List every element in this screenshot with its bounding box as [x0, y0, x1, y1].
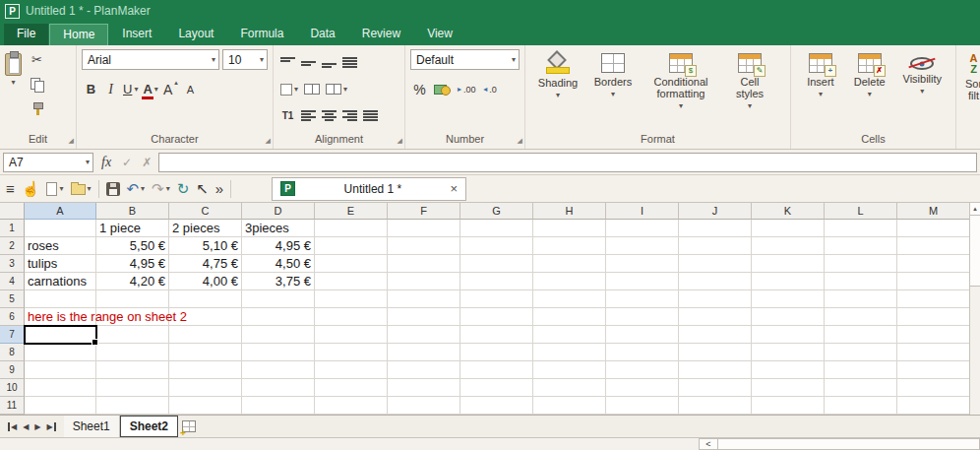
redo-button[interactable]: ↷▾	[152, 181, 170, 196]
align-top-button[interactable]	[278, 52, 297, 73]
align-right-button[interactable]	[340, 105, 359, 126]
cell-b9[interactable]	[96, 361, 169, 379]
vertical-scrollbar-thumb[interactable]	[970, 216, 980, 287]
cell-g11[interactable]	[460, 397, 533, 415]
row-header-6[interactable]: 6	[0, 308, 25, 326]
cell-j3[interactable]	[679, 255, 752, 273]
cell-m5[interactable]	[897, 290, 970, 308]
cell-c2[interactable]: 5,10 €	[169, 237, 242, 255]
cell-c10[interactable]	[169, 379, 242, 397]
underline-button[interactable]: U ▾	[121, 79, 140, 99]
cell-j5[interactable]	[679, 290, 752, 308]
object-mode-button[interactable]: ↖	[196, 181, 209, 196]
cell-b7[interactable]	[96, 326, 169, 344]
cell-k4[interactable]	[752, 273, 825, 290]
undo-button[interactable]: ↶▾	[127, 181, 146, 196]
cell-i4[interactable]	[606, 273, 679, 290]
cell-i3[interactable]	[606, 255, 679, 273]
column-header-k[interactable]: K	[752, 203, 825, 220]
cell-i10[interactable]	[606, 379, 679, 397]
row-header-2[interactable]: 2	[0, 237, 25, 255]
cell-e3[interactable]	[315, 255, 388, 273]
save-button[interactable]	[106, 182, 120, 196]
cell-l9[interactable]	[825, 361, 897, 379]
cell-a11[interactable]	[25, 397, 96, 415]
tab-home[interactable]: Home	[49, 24, 108, 45]
cell-b10[interactable]	[96, 379, 169, 397]
cancel-entry-button[interactable]: ✗	[139, 156, 154, 169]
cut-button[interactable]: ✂	[28, 49, 46, 70]
tab-file[interactable]: File	[4, 24, 48, 45]
cell-i1[interactable]	[606, 220, 679, 237]
column-header-f[interactable]: F	[388, 203, 460, 220]
cell-e10[interactable]	[315, 379, 388, 397]
cell-g8[interactable]	[460, 344, 533, 361]
tab-review[interactable]: Review	[349, 24, 413, 45]
paste-dropdown-caret-icon[interactable]: ▾	[11, 79, 15, 87]
row-header-9[interactable]: 9	[0, 361, 25, 379]
cell-h11[interactable]	[533, 397, 606, 415]
cell-j10[interactable]	[679, 379, 752, 397]
cell-m6[interactable]	[897, 308, 970, 326]
cell-a9[interactable]	[25, 361, 96, 379]
column-header-g[interactable]: G	[460, 203, 533, 220]
visibility-button[interactable]: Visibility ▾	[894, 49, 950, 96]
cell-d5[interactable]	[242, 290, 315, 308]
cell-e8[interactable]	[315, 344, 388, 361]
cell-f1[interactable]	[388, 220, 460, 237]
cell-l4[interactable]	[825, 273, 897, 290]
cell-f5[interactable]	[388, 290, 460, 308]
cell-h7[interactable]	[533, 326, 606, 344]
column-header-i[interactable]: I	[606, 203, 679, 220]
column-header-a[interactable]: A	[25, 203, 96, 220]
previous-sheet-button[interactable]: ◀	[23, 422, 29, 431]
cell-g10[interactable]	[460, 379, 533, 397]
insert-cells-button[interactable]: + Insert ▾	[796, 49, 845, 98]
cell-i6[interactable]	[606, 308, 679, 326]
cell-c11[interactable]	[169, 397, 242, 415]
cell-b11[interactable]	[96, 397, 169, 415]
cell-l3[interactable]	[825, 255, 897, 273]
row-header-10[interactable]: 10	[0, 379, 25, 397]
menu-button[interactable]: ≡	[6, 181, 15, 196]
paste-button[interactable]: ▾	[5, 49, 22, 131]
cell-i2[interactable]	[606, 237, 679, 255]
cell-k10[interactable]	[752, 379, 825, 397]
font-size-select[interactable]: 10 ▾	[222, 49, 268, 70]
cell-e5[interactable]	[315, 290, 388, 308]
cell-j4[interactable]	[679, 273, 752, 290]
cell-k11[interactable]	[752, 397, 825, 415]
cell-e11[interactable]	[315, 397, 388, 415]
cell-h5[interactable]	[533, 290, 606, 308]
edit-dialog-launcher-icon[interactable]: ◢	[69, 137, 74, 145]
cell-e9[interactable]	[315, 361, 388, 379]
confirm-entry-button[interactable]: ✓	[119, 156, 135, 169]
sort-filter-button[interactable]: A Z Sor filt	[961, 49, 980, 101]
cell-j8[interactable]	[679, 344, 752, 361]
select-all-corner[interactable]	[0, 203, 25, 220]
italic-button[interactable]: I	[101, 79, 120, 99]
cell-h3[interactable]	[533, 255, 606, 273]
cell-k3[interactable]	[752, 255, 825, 273]
cell-c1[interactable]: 2 pieces	[169, 220, 242, 237]
justify-button[interactable]	[361, 105, 380, 126]
align-middle-button[interactable]	[299, 52, 318, 73]
cell-d8[interactable]	[242, 344, 315, 361]
column-header-h[interactable]: H	[533, 203, 606, 220]
cell-i5[interactable]	[606, 290, 679, 308]
cell-c9[interactable]	[169, 361, 242, 379]
cell-m7[interactable]	[897, 326, 970, 344]
cell-g1[interactable]	[460, 220, 533, 237]
cell-f9[interactable]	[388, 361, 460, 379]
open-button[interactable]: ▾	[71, 182, 92, 195]
name-box[interactable]: A7 ▾	[3, 153, 93, 172]
first-sheet-button[interactable]: ◀	[8, 422, 17, 431]
cell-f8[interactable]	[388, 344, 460, 361]
cell-f6[interactable]	[388, 308, 460, 326]
cell-h10[interactable]	[533, 379, 606, 397]
align-center-button[interactable]	[320, 105, 338, 126]
cell-b2[interactable]: 5,50 €	[96, 237, 169, 255]
cell-e1[interactable]	[315, 220, 388, 237]
merge-cells-button[interactable]	[302, 79, 322, 99]
row-header-7[interactable]: 7	[0, 326, 25, 344]
